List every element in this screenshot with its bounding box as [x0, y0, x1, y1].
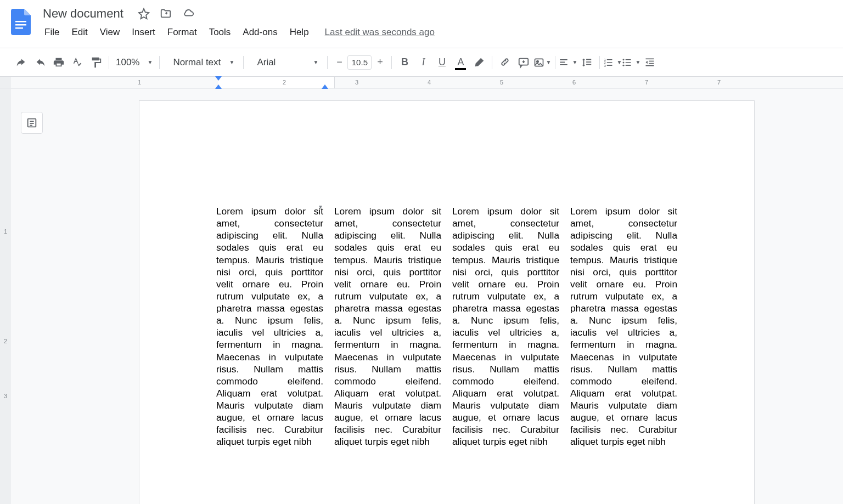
svg-rect-20	[626, 65, 631, 66]
horizontal-ruler[interactable]: 1 2 3 4 5 6 7 7	[0, 77, 843, 89]
header-main: New document File Edit View Insert Forma…	[38, 4, 843, 42]
italic-button[interactable]: I	[414, 53, 432, 72]
text-columns: Lorem ipsum dolor sit amet, consectetur …	[216, 205, 677, 448]
column-1[interactable]: Lorem ipsum dolor sit amet, consectetur …	[216, 205, 323, 448]
svg-rect-24	[646, 65, 654, 66]
font-size-input[interactable]	[347, 55, 372, 70]
font-value: Arial	[257, 57, 276, 68]
ruler-tick: 2	[283, 79, 286, 86]
ruler-tick: 4	[428, 79, 431, 86]
svg-point-19	[623, 64, 625, 66]
document-canvas: 1 2 3 Lorem ipsum dolor sit amet, consec…	[0, 89, 843, 504]
ruler-tick: 6	[572, 79, 576, 86]
move-folder-icon[interactable]	[160, 8, 172, 20]
column-3[interactable]: Lorem ipsum dolor sit amet, consectetur …	[452, 205, 559, 448]
toolbar: 100% ▼ Normal text ▼ Arial ▼ − + B I U A…	[0, 48, 843, 77]
docs-logo[interactable]	[10, 8, 32, 36]
svg-text:3: 3	[604, 64, 606, 67]
svg-rect-18	[626, 62, 631, 63]
menu-edit[interactable]: Edit	[65, 25, 93, 40]
svg-point-15	[623, 59, 625, 60]
svg-rect-12	[607, 62, 612, 63]
font-size-control: − +	[331, 54, 388, 71]
print-button[interactable]	[49, 53, 68, 72]
font-family-dropdown[interactable]: Arial ▼	[247, 57, 324, 68]
numbered-list-button[interactable]: 123▼	[603, 53, 622, 72]
svg-rect-6	[560, 59, 568, 60]
chevron-down-icon: ▼	[546, 59, 551, 65]
ruler-tick: 7	[645, 79, 648, 86]
spellcheck-button[interactable]	[68, 53, 87, 72]
font-size-decrease[interactable]: −	[331, 54, 347, 71]
svg-rect-23	[649, 63, 654, 64]
menu-tools[interactable]: Tools	[203, 25, 237, 40]
svg-rect-10	[607, 59, 612, 60]
paint-format-button[interactable]	[87, 53, 105, 72]
last-edit-link[interactable]: Last edit was seconds ago	[325, 27, 435, 38]
svg-point-17	[623, 61, 625, 63]
document-title[interactable]: New document	[38, 5, 128, 22]
page[interactable]: Lorem ipsum dolor sit amet, consectetur …	[139, 101, 754, 504]
menu-help[interactable]: Help	[284, 25, 315, 40]
left-indent-marker[interactable]	[215, 84, 222, 89]
svg-rect-22	[649, 60, 654, 61]
underline-button[interactable]: U	[432, 53, 451, 72]
ruler-tick: 1	[138, 79, 141, 86]
svg-rect-1	[15, 24, 26, 26]
insert-image-button[interactable]: ▼	[533, 53, 552, 72]
vertical-ruler[interactable]: 1 2 3	[0, 89, 11, 504]
menu-addons[interactable]: Add-ons	[237, 25, 283, 40]
font-size-increase[interactable]: +	[372, 54, 388, 71]
column-text[interactable]: Lorem ipsum dolor sit amet, consectetur …	[216, 206, 323, 447]
decrease-indent-button[interactable]	[640, 53, 659, 72]
title-icons	[138, 8, 195, 20]
undo-button[interactable]	[12, 53, 31, 72]
chevron-down-icon: ▼	[635, 59, 640, 65]
menu-insert[interactable]: Insert	[126, 25, 161, 40]
menu-view[interactable]: View	[94, 25, 126, 40]
insert-link-button[interactable]	[496, 53, 514, 72]
style-value: Normal text	[173, 57, 221, 68]
bold-button[interactable]: B	[395, 53, 414, 72]
chevron-down-icon: ▼	[229, 59, 234, 65]
document-outline-button[interactable]	[21, 112, 43, 134]
zoom-value: 100%	[116, 57, 139, 68]
paragraph-style-dropdown[interactable]: Normal text ▼	[163, 57, 240, 68]
column-2[interactable]: Lorem ipsum dolor sit amet, consectetur …	[334, 205, 441, 448]
svg-rect-2	[15, 27, 23, 29]
text-color-button[interactable]: A	[451, 53, 470, 72]
title-row: New document	[38, 4, 843, 23]
chevron-down-icon: ▼	[572, 59, 577, 65]
line-spacing-button[interactable]	[577, 53, 596, 72]
redo-button[interactable]	[31, 53, 49, 72]
svg-rect-16	[626, 59, 631, 60]
align-button[interactable]: ▼	[559, 53, 577, 72]
ruler-tick: 3	[355, 79, 358, 86]
bulleted-list-button[interactable]: ▼	[622, 53, 640, 72]
svg-rect-21	[646, 58, 654, 59]
star-icon[interactable]	[138, 8, 150, 20]
menu-bar: File Edit View Insert Format Tools Add-o…	[38, 23, 843, 42]
app-header: New document File Edit View Insert Forma…	[0, 0, 843, 48]
highlight-button[interactable]	[470, 53, 488, 72]
menu-file[interactable]: File	[38, 25, 65, 40]
svg-rect-14	[607, 65, 612, 66]
chevron-down-icon: ▼	[147, 59, 153, 65]
ruler-tick: 7	[717, 79, 721, 86]
right-indent-marker[interactable]	[322, 84, 328, 89]
page-wrapper: Lorem ipsum dolor sit amet, consectetur …	[11, 89, 843, 504]
svg-rect-8	[560, 64, 568, 65]
chevron-down-icon: ▼	[616, 59, 622, 65]
zoom-dropdown[interactable]: 100% ▼	[113, 57, 156, 68]
column-4[interactable]: Lorem ipsum dolor sit amet, consectetur …	[570, 205, 677, 448]
svg-rect-0	[15, 21, 26, 22]
first-line-indent-marker[interactable]	[215, 76, 222, 81]
chevron-down-icon: ▼	[313, 59, 318, 65]
add-comment-button[interactable]	[514, 53, 533, 72]
menu-format[interactable]: Format	[161, 25, 203, 40]
column-break-indicator[interactable]	[319, 200, 325, 206]
svg-rect-7	[560, 61, 565, 63]
cloud-status-icon[interactable]	[182, 8, 195, 20]
ruler-tick: 5	[500, 79, 503, 86]
svg-point-5	[537, 60, 538, 62]
